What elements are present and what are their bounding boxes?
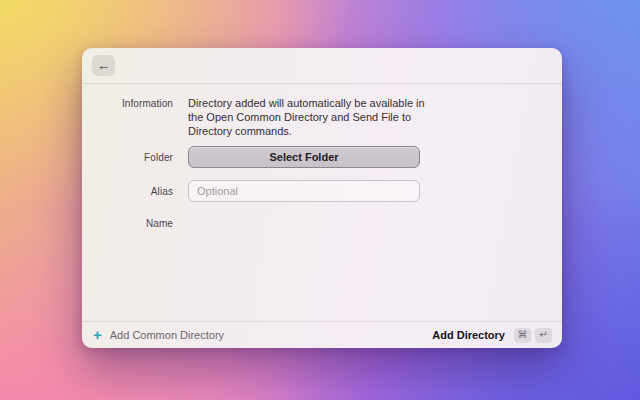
select-folder-button[interactable]: Select Folder <box>188 146 420 168</box>
alias-row: Alias <box>82 180 562 202</box>
add-directory-label: Add Directory <box>432 329 505 341</box>
dialog-footer: + Add Common Directory Add Directory ⌘ ↵ <box>82 321 562 348</box>
name-row: Name <box>82 218 562 229</box>
name-label: Name <box>82 218 188 229</box>
folder-label: Folder <box>82 152 188 163</box>
back-arrow-icon: ← <box>97 59 110 72</box>
folder-row: Folder Select Folder <box>82 146 562 168</box>
dialog-header: ← <box>82 48 562 84</box>
back-button[interactable]: ← <box>92 55 115 76</box>
add-common-directory-label: Add Common Directory <box>110 329 224 341</box>
add-directory-dialog: ← Information Directory added will autom… <box>82 48 562 348</box>
return-key-icon: ↵ <box>535 328 552 343</box>
information-row: Information Directory added will automat… <box>82 96 562 138</box>
add-directory-action[interactable]: Add Directory ⌘ ↵ <box>432 328 552 343</box>
command-key-icon: ⌘ <box>514 328 531 343</box>
dialog-form: Information Directory added will automat… <box>82 84 562 321</box>
add-common-directory-button[interactable]: + Add Common Directory <box>93 328 224 342</box>
information-label: Information <box>82 96 188 138</box>
information-text: Directory added will automatically be av… <box>188 96 436 138</box>
alias-input[interactable] <box>188 180 420 202</box>
alias-label: Alias <box>82 186 188 197</box>
plus-icon: + <box>93 327 102 342</box>
